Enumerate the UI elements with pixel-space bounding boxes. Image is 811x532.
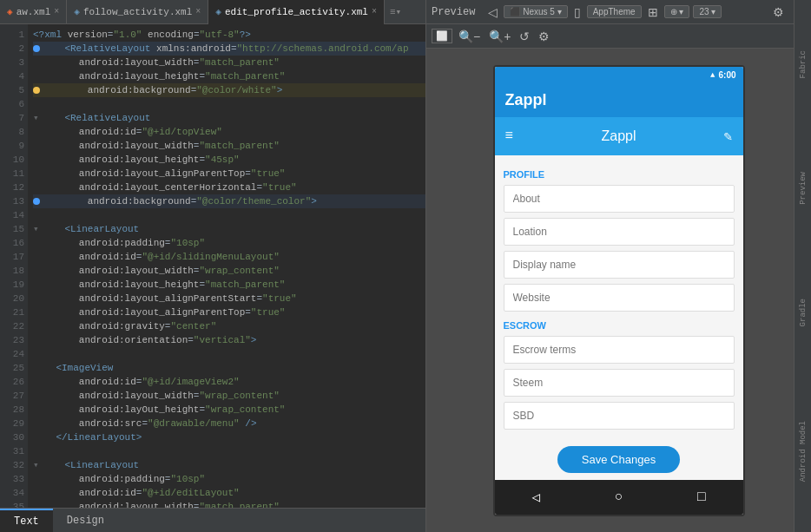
tab-text[interactable]: Text bbox=[0, 509, 53, 533]
code-line-7: ▾ <RelativeLayout bbox=[33, 111, 425, 125]
display-name-field[interactable] bbox=[504, 251, 735, 279]
preview-label: Preview bbox=[432, 6, 475, 18]
xml-icon: ◈ bbox=[215, 6, 221, 17]
escrow-terms-field[interactable] bbox=[504, 336, 735, 364]
preview-panel: Preview ◁ ⬛ Nexus 5 ▾ ▯ AppTheme ⊞ ⊕ ▾ 2… bbox=[425, 0, 811, 532]
code-line-14 bbox=[33, 208, 425, 222]
escrow-section-label: ESCROW bbox=[504, 320, 735, 331]
code-line-29: android:src="@drawable/menu" /> bbox=[33, 417, 425, 430]
phone-action-bar: ≡ Zappl ✎ bbox=[495, 117, 743, 155]
sidebar-gradle-label[interactable]: Gradle bbox=[799, 295, 808, 330]
code-line-31 bbox=[33, 444, 425, 458]
code-line-25: <ImageView bbox=[33, 361, 425, 375]
tab-edit-profile-close[interactable]: × bbox=[372, 7, 377, 16]
code-line-30: </LinearLayout> bbox=[33, 430, 425, 444]
preview-toolbar-row2: ⬜ 🔍− 🔍+ ↺ ⚙ bbox=[426, 24, 811, 49]
code-line-27: android:layout_width="wrap_content" bbox=[33, 389, 425, 403]
code-line-6 bbox=[33, 97, 425, 111]
wifi-icon: ▲ bbox=[710, 71, 715, 80]
line-numbers: 12345 678910 1112131415 1617181920 21222… bbox=[0, 24, 28, 508]
portrait-btn[interactable]: ▯ bbox=[571, 5, 584, 19]
api-btn[interactable]: 23 ▾ bbox=[693, 5, 722, 18]
tab-follow-close[interactable]: × bbox=[195, 7, 201, 16]
code-line-16: android:padding="10sp" bbox=[33, 236, 425, 250]
nav-back-button[interactable]: ◁ bbox=[531, 489, 540, 506]
code-content[interactable]: <?xml version="1.0" encoding="utf-8"?> <… bbox=[28, 24, 425, 508]
tab-overflow-button[interactable]: ≡▾ bbox=[385, 6, 406, 17]
grid-btn[interactable]: ⊞ bbox=[645, 5, 661, 19]
code-line-8: android:id="@+id/topView" bbox=[33, 125, 425, 139]
code-line-11: android:layout_alignParentTop="true" bbox=[33, 167, 425, 181]
code-line-35: android:layout_width="match_parent" bbox=[33, 500, 425, 508]
app-title: Zappl bbox=[505, 91, 547, 109]
save-changes-button[interactable]: Save Changes bbox=[557, 446, 680, 473]
code-line-26: android:id="@+id/imageView2" bbox=[33, 375, 425, 389]
nav-home-button[interactable]: ○ bbox=[615, 489, 623, 505]
code-line-19: android:layout_height="match_parent" bbox=[33, 278, 425, 292]
theme-btn[interactable]: AppTheme bbox=[587, 5, 642, 18]
code-area: 12345 678910 1112131415 1617181920 21222… bbox=[0, 24, 425, 508]
render-btn[interactable]: ⚙ bbox=[536, 30, 552, 43]
device-select-btn[interactable]: ⬛ Nexus 5 ▾ bbox=[504, 5, 567, 18]
refresh-btn[interactable]: ↺ bbox=[517, 30, 532, 43]
sbd-field[interactable] bbox=[504, 402, 735, 430]
locale-btn[interactable]: ⊕ ▾ bbox=[664, 5, 690, 18]
editor-panel: ◈ aw.xml × ◈ follow_activity.xml × ◈ edi… bbox=[0, 0, 425, 532]
edit-icon[interactable]: ✎ bbox=[724, 128, 733, 145]
code-line-12: android:layout_centerHorizontal="true" bbox=[33, 181, 425, 194]
website-field[interactable] bbox=[504, 284, 735, 312]
phone-container: ▲ 6:00 Zappl ≡ Zappl ✎ PROFILE ESCROW bbox=[426, 49, 811, 532]
settings-btn[interactable]: ⚙ bbox=[770, 5, 787, 19]
steem-field[interactable] bbox=[504, 369, 735, 397]
code-line-9: android:layout_width="match_parent" bbox=[33, 139, 425, 153]
save-btn-row: Save Changes bbox=[495, 439, 743, 480]
tab-aw-xml-label: aw.xml bbox=[16, 7, 51, 17]
tab-text-label: Text bbox=[14, 516, 39, 528]
hamburger-menu-icon[interactable]: ≡ bbox=[505, 128, 514, 144]
gutter-dot bbox=[33, 198, 40, 205]
tab-edit-profile-label: edit_profile_activity.xml bbox=[225, 7, 368, 17]
code-line-22: android:gravity="center" bbox=[33, 319, 425, 333]
action-bar-title: Zappl bbox=[601, 128, 636, 144]
tab-follow-activity[interactable]: ◈ follow_activity.xml × bbox=[67, 0, 208, 24]
code-line-34: android:id="@+id/editLayout" bbox=[33, 486, 425, 500]
code-line-1: <?xml version="1.0" encoding="utf-8"?> bbox=[33, 28, 425, 42]
nav-recents-button[interactable]: □ bbox=[697, 489, 706, 505]
code-line-18: android:layout_width="wrap_content" bbox=[33, 264, 425, 278]
code-line-5: android:background="@color/white"> bbox=[33, 83, 425, 97]
tab-bar: ◈ aw.xml × ◈ follow_activity.xml × ◈ edi… bbox=[0, 0, 425, 24]
about-field[interactable] bbox=[504, 185, 735, 213]
status-time: 6:00 bbox=[718, 70, 735, 80]
zoom-out-btn[interactable]: 🔍− bbox=[456, 30, 483, 43]
code-line-23: android:orientation="vertical"> bbox=[33, 333, 425, 347]
preview-back-btn[interactable]: ◁ bbox=[485, 5, 500, 19]
sidebar-preview-label[interactable]: Preview bbox=[799, 168, 808, 208]
code-line-3: android:layout_width="match_parent" bbox=[33, 56, 425, 69]
zoom-normal-btn[interactable]: ⬜ bbox=[432, 29, 452, 43]
zoom-in-btn[interactable]: 🔍+ bbox=[486, 30, 513, 43]
tab-edit-profile[interactable]: ◈ edit_profile_activity.xml × bbox=[208, 0, 385, 24]
xml-icon: ◈ bbox=[7, 6, 13, 17]
tab-aw-xml-close[interactable]: × bbox=[54, 7, 59, 16]
location-field[interactable] bbox=[504, 218, 735, 246]
right-sidebar: Fabric Preview Gradle Android Model bbox=[794, 0, 811, 532]
phone-title-bar: Zappl bbox=[495, 84, 743, 117]
warning-dot bbox=[33, 87, 40, 94]
code-line-4: android:layout_height="match_parent" bbox=[33, 69, 425, 83]
code-line-17: android:id="@+id/slidingMenuLayout" bbox=[33, 250, 425, 264]
preview-toolbar: Preview ◁ ⬛ Nexus 5 ▾ ▯ AppTheme ⊞ ⊕ ▾ 2… bbox=[426, 0, 811, 24]
theme-label: AppTheme bbox=[593, 7, 636, 16]
code-line-28: android:layOut_height="wrap_content" bbox=[33, 403, 425, 417]
phone-content: PROFILE ESCROW bbox=[495, 155, 743, 439]
tab-follow-label: follow_activity.xml bbox=[83, 7, 192, 17]
tab-aw-xml[interactable]: ◈ aw.xml × bbox=[0, 0, 67, 24]
code-line-13: android:background="@color/theme_color"> bbox=[33, 194, 425, 208]
sidebar-fabric-label[interactable]: Fabric bbox=[799, 47, 808, 82]
code-line-21: android:layout_alignParentTop="true" bbox=[33, 305, 425, 319]
device-label: ⬛ Nexus 5 ▾ bbox=[510, 7, 561, 16]
code-line-32: ▾ <LinearLayout bbox=[33, 458, 425, 472]
tab-design[interactable]: Design bbox=[53, 509, 118, 533]
phone-nav-bar: ◁ ○ □ bbox=[495, 480, 743, 515]
bottom-tab-bar: Text Design bbox=[0, 508, 425, 532]
sidebar-android-model-label[interactable]: Android Model bbox=[799, 417, 808, 485]
